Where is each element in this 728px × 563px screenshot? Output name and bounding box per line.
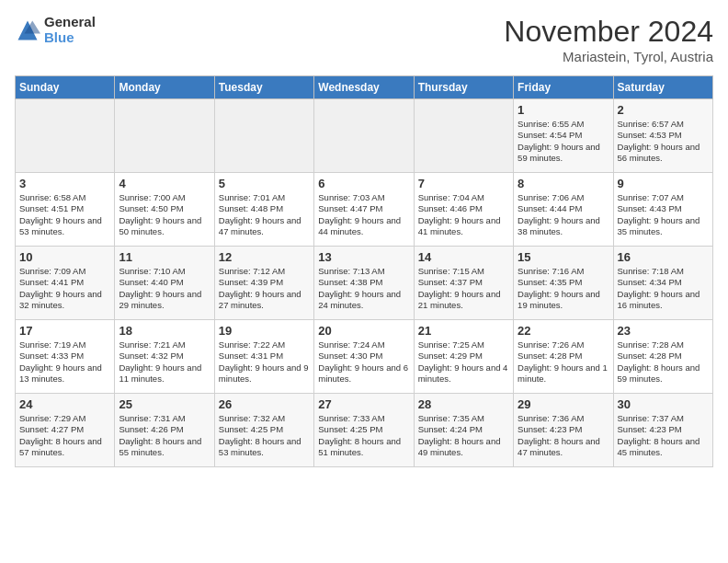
day-info: Daylight: 9 hours and 47 minutes.	[219, 215, 310, 238]
day-info: Sunset: 4:33 PM	[19, 350, 110, 362]
day-info: Sunset: 4:37 PM	[418, 277, 509, 288]
day-number: 30	[618, 397, 709, 411]
day-info: Sunset: 4:39 PM	[219, 277, 310, 288]
day-info: Sunset: 4:31 PM	[219, 350, 310, 362]
calendar-cell: 21Sunrise: 7:25 AMSunset: 4:29 PMDayligh…	[414, 320, 513, 394]
day-info: Sunset: 4:27 PM	[19, 424, 110, 435]
calendar-cell: 26Sunrise: 7:32 AMSunset: 4:25 PMDayligh…	[214, 394, 313, 467]
calendar-cell	[314, 99, 414, 173]
day-info: Sunset: 4:38 PM	[318, 277, 409, 288]
calendar-cell: 30Sunrise: 7:37 AMSunset: 4:23 PMDayligh…	[613, 394, 712, 467]
day-info: Sunrise: 7:25 AM	[418, 339, 509, 350]
calendar-cell: 9Sunrise: 7:07 AMSunset: 4:43 PMDaylight…	[613, 173, 712, 247]
day-info: Sunrise: 7:07 AM	[618, 192, 709, 203]
day-info: Sunrise: 6:57 AM	[618, 119, 709, 130]
calendar-table: SundayMondayTuesdayWednesdayThursdayFrid…	[15, 75, 713, 467]
day-info: Sunrise: 7:06 AM	[518, 192, 609, 203]
calendar-cell: 8Sunrise: 7:06 AMSunset: 4:44 PMDaylight…	[514, 173, 613, 247]
day-info: Sunset: 4:50 PM	[119, 203, 210, 214]
day-number: 4	[119, 177, 210, 190]
calendar-week-4: 17Sunrise: 7:19 AMSunset: 4:33 PMDayligh…	[16, 320, 713, 394]
logo-icon	[15, 17, 40, 43]
day-info: Sunrise: 7:31 AM	[119, 413, 210, 424]
day-info: Daylight: 9 hours and 1 minute.	[518, 362, 609, 385]
day-info: Daylight: 9 hours and 9 minutes.	[219, 362, 310, 385]
day-info: Sunset: 4:28 PM	[518, 350, 609, 362]
month-title: November 2024	[504, 15, 713, 49]
calendar-cell: 19Sunrise: 7:22 AMSunset: 4:31 PMDayligh…	[214, 320, 313, 394]
day-info: Daylight: 9 hours and 19 minutes.	[518, 289, 609, 312]
day-number: 24	[19, 397, 110, 411]
day-number: 22	[518, 324, 609, 338]
day-info: Sunset: 4:54 PM	[518, 130, 609, 141]
day-number: 21	[418, 324, 509, 338]
calendar-header-row: SundayMondayTuesdayWednesdayThursdayFrid…	[16, 76, 713, 99]
day-number: 23	[618, 324, 709, 338]
day-number: 28	[418, 397, 509, 411]
calendar-header-saturday: Saturday	[613, 76, 712, 99]
day-info: Sunrise: 7:18 AM	[618, 266, 709, 277]
logo-text: General Blue	[44, 15, 96, 45]
day-info: Sunset: 4:30 PM	[318, 350, 409, 362]
day-info: Daylight: 9 hours and 53 minutes.	[19, 215, 110, 238]
day-number: 5	[219, 177, 310, 190]
day-info: Daylight: 9 hours and 56 minutes.	[618, 142, 709, 165]
calendar-cell: 25Sunrise: 7:31 AMSunset: 4:26 PMDayligh…	[115, 394, 214, 467]
day-info: Sunset: 4:44 PM	[518, 203, 609, 214]
day-number: 17	[19, 324, 110, 338]
day-info: Daylight: 8 hours and 47 minutes.	[518, 436, 609, 459]
calendar-cell: 14Sunrise: 7:15 AMSunset: 4:37 PMDayligh…	[414, 247, 513, 320]
calendar-cell: 24Sunrise: 7:29 AMSunset: 4:27 PMDayligh…	[16, 394, 115, 467]
location: Mariastein, Tyrol, Austria	[504, 49, 713, 64]
calendar-header-monday: Monday	[115, 76, 214, 99]
day-info: Sunrise: 7:03 AM	[318, 192, 409, 203]
day-info: Sunrise: 7:22 AM	[219, 339, 310, 350]
calendar-cell: 23Sunrise: 7:28 AMSunset: 4:28 PMDayligh…	[613, 320, 712, 394]
day-number: 15	[518, 250, 609, 264]
calendar-cell	[414, 99, 513, 173]
day-number: 27	[318, 397, 409, 411]
day-info: Sunrise: 7:28 AM	[618, 339, 709, 350]
day-info: Sunset: 4:41 PM	[19, 277, 110, 288]
day-info: Sunrise: 7:09 AM	[19, 266, 110, 277]
day-number: 9	[618, 177, 709, 190]
day-info: Daylight: 9 hours and 27 minutes.	[219, 289, 310, 312]
calendar-body: 1Sunrise: 6:55 AMSunset: 4:54 PMDaylight…	[16, 99, 713, 467]
day-info: Sunrise: 7:19 AM	[19, 339, 110, 350]
day-number: 29	[518, 397, 609, 411]
calendar-cell: 29Sunrise: 7:36 AMSunset: 4:23 PMDayligh…	[514, 394, 613, 467]
day-number: 2	[618, 103, 709, 117]
day-info: Daylight: 9 hours and 44 minutes.	[318, 215, 409, 238]
day-info: Daylight: 8 hours and 59 minutes.	[618, 362, 709, 385]
day-number: 25	[119, 397, 210, 411]
day-number: 14	[418, 250, 509, 264]
day-info: Daylight: 9 hours and 4 minutes.	[418, 362, 509, 385]
day-number: 11	[119, 250, 210, 264]
calendar-cell	[214, 99, 313, 173]
calendar-week-2: 3Sunrise: 6:58 AMSunset: 4:51 PMDaylight…	[16, 173, 713, 247]
day-number: 20	[318, 324, 409, 338]
day-info: Sunrise: 7:21 AM	[119, 339, 210, 350]
day-info: Sunset: 4:53 PM	[618, 130, 709, 141]
day-info: Daylight: 8 hours and 45 minutes.	[618, 436, 709, 459]
day-info: Daylight: 9 hours and 59 minutes.	[518, 142, 609, 165]
day-info: Daylight: 9 hours and 11 minutes.	[119, 362, 210, 385]
title-area: November 2024 Mariastein, Tyrol, Austria	[504, 15, 713, 64]
calendar-cell: 10Sunrise: 7:09 AMSunset: 4:41 PMDayligh…	[16, 247, 115, 320]
day-info: Sunrise: 7:12 AM	[219, 266, 310, 277]
calendar-cell: 15Sunrise: 7:16 AMSunset: 4:35 PMDayligh…	[514, 247, 613, 320]
day-info: Sunset: 4:26 PM	[119, 424, 210, 435]
day-info: Sunset: 4:32 PM	[119, 350, 210, 362]
day-number: 12	[219, 250, 310, 264]
calendar-week-3: 10Sunrise: 7:09 AMSunset: 4:41 PMDayligh…	[16, 247, 713, 320]
day-number: 26	[219, 397, 310, 411]
day-info: Sunrise: 7:26 AM	[518, 339, 609, 350]
day-info: Sunset: 4:48 PM	[219, 203, 310, 214]
calendar-header-friday: Friday	[514, 76, 613, 99]
day-info: Sunset: 4:25 PM	[318, 424, 409, 435]
day-info: Daylight: 9 hours and 13 minutes.	[19, 362, 110, 385]
day-info: Sunrise: 7:35 AM	[418, 413, 509, 424]
day-info: Sunrise: 7:04 AM	[418, 192, 509, 203]
day-number: 7	[418, 177, 509, 190]
calendar-header-sunday: Sunday	[16, 76, 115, 99]
